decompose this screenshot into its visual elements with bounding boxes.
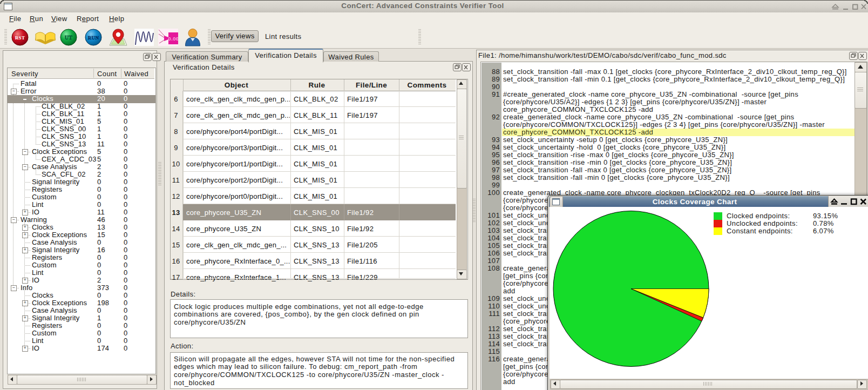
svg-text:0.00: 0.00 [168, 36, 179, 42]
svg-text:RUN: RUN [88, 35, 99, 41]
svg-text:UT: UT [65, 35, 73, 41]
svg-text:RST: RST [15, 35, 25, 41]
